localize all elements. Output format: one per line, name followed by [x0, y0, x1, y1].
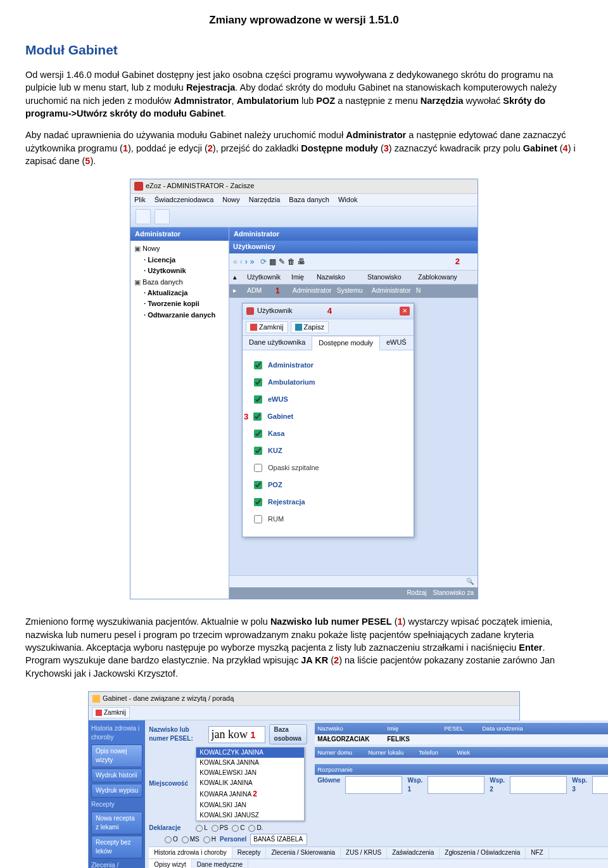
menu-item[interactable]: Nowy: [222, 195, 240, 205]
radio[interactable]: MS: [182, 835, 200, 844]
close-button[interactable]: Zamknij: [92, 707, 130, 718]
sidebar-button[interactable]: Recepty bez leków: [91, 836, 142, 858]
tab[interactable]: ZUS / KRUS: [341, 847, 387, 858]
close-icon[interactable]: ✕: [400, 307, 410, 316]
sidebar-button[interactable]: Wydruk wypisu: [91, 784, 142, 798]
menu-item[interactable]: Plik: [134, 195, 146, 205]
page-title: Zmiany wprowadzone w wersji 1.51.0: [25, 13, 583, 28]
tab-strip-1: Historia zdrowia i choroby Recepty Zlece…: [149, 846, 608, 859]
radio[interactable]: O: [165, 835, 178, 844]
label-personel: Personel: [220, 835, 246, 844]
tab[interactable]: Dane użytkownika: [243, 336, 312, 350]
menubar: Plik Świadczeniodawca Nowy Narzędzia Baz…: [130, 194, 478, 207]
ref-marker-2: 2: [455, 256, 460, 267]
module-check[interactable]: RUM: [251, 511, 407, 528]
module-check[interactable]: KUZ: [251, 442, 407, 459]
ref-marker-1: 1: [276, 286, 280, 297]
tab[interactable]: Recepty: [232, 847, 267, 858]
radio[interactable]: PS: [212, 824, 228, 833]
result-nazwisko: MAŁGORZACIAK: [317, 735, 381, 744]
grid-header: ▴ Użytkownik Imię Nazwisko Stanowisko Za…: [229, 271, 478, 284]
module-check[interactable]: Ambulatorium: [251, 374, 407, 391]
module-check[interactable]: eWUS: [251, 391, 407, 408]
tree-item[interactable]: Tworzenie kopii: [134, 298, 225, 309]
main-area: Nazwisko lub numer PESEL: jan kow 1 Baza…: [145, 720, 608, 868]
module-check[interactable]: Opaski szpitalne: [251, 459, 407, 476]
paragraph-2: Aby nadać uprawnienia do używania modułu…: [25, 129, 583, 167]
menu-item[interactable]: Narzędzia: [249, 195, 281, 205]
grid-row[interactable]: ▸ ADM 1 Administrator Systemu Administra…: [229, 284, 478, 298]
window-titlebar: eZoz - ADMINISTRATOR - Zacisze: [130, 179, 478, 193]
sidebar-group: Historia zdrowia i choroby: [91, 723, 142, 743]
paragraph-3: Zmieniono formę wyszukiwania pacjentów. …: [25, 615, 583, 679]
label-deklaracje: Deklaracje: [149, 824, 192, 833]
grid-tool-icon[interactable]: ▦: [269, 257, 276, 267]
save-button[interactable]: Zapisz: [291, 321, 329, 333]
label-miejscowosc: Miejscowość: [149, 779, 192, 788]
sidebar-header: Administrator: [130, 227, 229, 241]
radio[interactable]: D.: [248, 824, 263, 833]
tab[interactable]: Zaświadczenia: [387, 847, 440, 858]
grid-tool-icon[interactable]: 🖶: [298, 257, 305, 267]
window-title: eZoz - ADMINISTRATOR - Zacisze: [146, 181, 254, 191]
toolbar-button[interactable]: [136, 209, 151, 224]
personel-value: BANAŚ IZABELA: [250, 834, 307, 845]
sub-header: Użytkownicy: [229, 241, 478, 253]
module-check-gabinet[interactable]: Gabinet: [251, 408, 407, 425]
tree-group[interactable]: Nowy: [134, 243, 225, 254]
radio[interactable]: H: [203, 835, 216, 844]
search-dropdown[interactable]: KOWALCZYK JANINA KOWALSKA JANINA KOWALEW…: [196, 747, 305, 821]
module-check[interactable]: Kasa: [251, 425, 407, 442]
search-icon[interactable]: 🔍: [466, 577, 474, 586]
tab[interactable]: Dane medyczne: [192, 859, 248, 868]
grid-toolbar: «‹ ›» ⟳ ▦ ✎ 🗑 🖶 2: [229, 253, 478, 271]
close-button[interactable]: Zamknij: [246, 321, 288, 333]
sidebar-button[interactable]: Wydruk historii: [91, 769, 142, 782]
main-header: Administrator: [229, 227, 478, 241]
label-nazwisko: Nazwisko lub numer PESEL:: [149, 725, 204, 743]
toolbar: [130, 207, 478, 227]
tab[interactable]: Opisy wizyt: [149, 859, 192, 868]
tree-group[interactable]: Baza danych: [134, 277, 225, 288]
module-check[interactable]: Administrator: [251, 357, 407, 374]
user-icon: [246, 307, 254, 315]
sidebar-button[interactable]: Nowa recepta z lekami: [91, 812, 142, 834]
window-toolbar: Zamknij: [89, 706, 519, 720]
tree-item[interactable]: Aktualizacja: [134, 288, 225, 298]
section-header: Moduł Gabinet: [25, 41, 583, 59]
radio[interactable]: C: [232, 824, 244, 833]
paragraph-1: Od wersji 1.46.0 moduł Gabinet dostępny …: [25, 68, 583, 120]
toolbar-button[interactable]: [155, 209, 170, 224]
baza-button[interactable]: Baza osobowa: [269, 724, 308, 744]
tab[interactable]: NFZ: [526, 847, 548, 858]
sidebar-group: Recepty: [91, 799, 142, 810]
result-imie: FELIKS: [387, 735, 438, 744]
ref-marker-4: 4: [327, 305, 332, 317]
sidebar-group: Zlecenia / Skierowania: [91, 860, 142, 868]
dialog-body: Administrator Ambulatorium eWUS 3 Gabine…: [243, 350, 414, 537]
app-icon: [134, 182, 143, 191]
tab[interactable]: Zlecenia / Skierowania: [266, 847, 341, 858]
tab[interactable]: Historia zdrowia i choroby: [149, 847, 232, 858]
radio[interactable]: L: [196, 824, 208, 833]
ref-marker-3: 3: [244, 411, 248, 423]
search-input[interactable]: jan kow 1: [208, 726, 265, 743]
menu-item[interactable]: Widok: [338, 195, 358, 205]
menu-item[interactable]: Baza danych: [289, 195, 329, 205]
module-check[interactable]: Rejestracja: [251, 494, 407, 511]
tab-active[interactable]: Dostępne moduły: [312, 336, 380, 350]
window-title: Gabinet - dane związane z wizytą / porad…: [103, 694, 234, 703]
grid-tool-icon[interactable]: 🗑: [288, 257, 295, 267]
module-check[interactable]: POZ: [251, 476, 407, 494]
screenshot-gabinet: Gabinet - dane związane z wizytą / porad…: [88, 691, 520, 868]
tab[interactable]: eWUŚ: [380, 336, 413, 350]
menu-item[interactable]: Świadczeniodawca: [155, 195, 214, 205]
tree-item[interactable]: Użytkownik: [134, 265, 225, 276]
window-titlebar: Gabinet - dane związane z wizytą / porad…: [89, 692, 519, 706]
tab[interactable]: Zgłoszenia / Oświadczenia: [440, 847, 526, 858]
sidebar-button[interactable]: Opis nowej wizyty: [91, 744, 142, 767]
tab-strip-2: Opisy wizyt Dane medyczne: [149, 859, 608, 868]
tree-item[interactable]: Odtwarzanie danych: [134, 310, 225, 321]
tree-item[interactable]: Licencja: [134, 255, 225, 265]
grid-tool-icon[interactable]: ✎: [279, 257, 285, 267]
